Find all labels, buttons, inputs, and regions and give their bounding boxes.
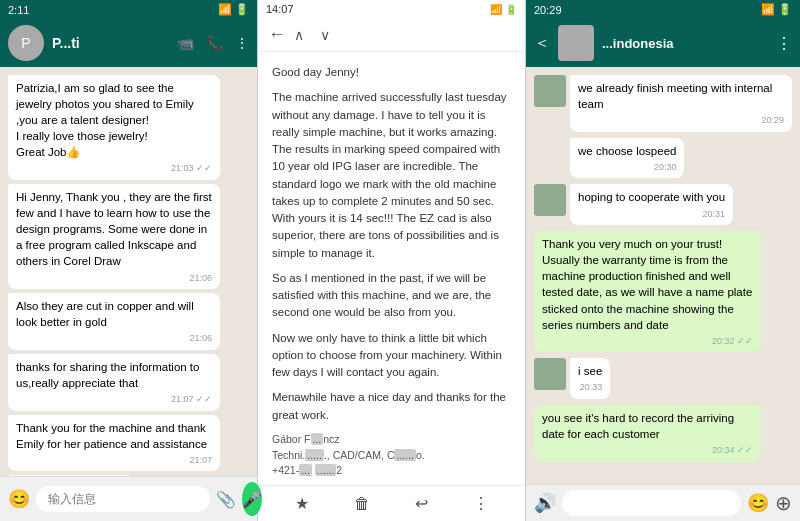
attachment-icon-1[interactable]: 📎 xyxy=(216,490,236,509)
thumbnail-2 xyxy=(534,184,566,216)
email-nav: ∧ ∨ xyxy=(294,27,330,43)
time-2: 14:07 xyxy=(266,3,294,15)
contact-name-3: ...indonesia xyxy=(602,36,768,51)
thumbnail-1 xyxy=(534,75,566,107)
avatar-1: P xyxy=(8,25,44,61)
email-signature: Gábor F...nczTechni......., CAD/CAM, C..… xyxy=(272,432,511,479)
delete-icon[interactable]: 🗑 xyxy=(354,495,370,513)
status-icons-2: 📶 🔋 xyxy=(490,4,517,15)
message-1-2: Hi Jenny, Thank you , they are the first… xyxy=(8,184,220,289)
message-3-2: we choose lospeed 20:30 xyxy=(534,138,792,179)
message-3-4: Thank you very much on your trust!Usuall… xyxy=(534,231,792,352)
message-input-1[interactable] xyxy=(36,486,210,512)
message-3-6: you see it's hard to record the arriving… xyxy=(534,405,792,462)
down-icon[interactable]: ∨ xyxy=(320,27,330,43)
audio-icon-3[interactable]: 🔊 xyxy=(534,492,556,514)
add-icon-3[interactable]: ⊕ xyxy=(775,491,792,515)
chat-header-3[interactable]: ＜ ...indonesia ⋮ xyxy=(526,19,800,67)
status-bar-2: 14:07 📶 🔋 xyxy=(258,0,525,18)
contact-name-1: P...ti xyxy=(52,35,169,51)
message-3-1: we already finish meeting with internal … xyxy=(534,75,792,132)
menu-icon-3[interactable]: ⋮ xyxy=(776,34,792,53)
message-input-3[interactable] xyxy=(562,490,741,516)
avatar-3 xyxy=(558,25,594,61)
email-panel: 14:07 📶 🔋 ← ∧ ∨ Good day Jenny! The mach… xyxy=(258,0,526,521)
reply-icon[interactable]: ↩ xyxy=(415,494,428,513)
message-1-3: Also they are cut in copper and will loo… xyxy=(8,293,220,350)
messages-area-3: we already finish meeting with internal … xyxy=(526,67,800,484)
emoji-icon-1[interactable]: 😊 xyxy=(8,488,30,510)
input-bar-3: 🔊 😊 ⊕ xyxy=(526,484,800,521)
message-1-4: thanks for sharing the information to us… xyxy=(8,354,220,411)
back-icon-3[interactable]: ＜ xyxy=(534,33,550,54)
video-icon[interactable]: 📹 xyxy=(177,35,194,51)
star-icon[interactable]: ★ xyxy=(295,494,309,513)
messages-area-1: Patrizia,I am so glad to see the jewelry… xyxy=(0,67,257,476)
email-body: Good day Jenny! The machine arrived succ… xyxy=(258,52,525,485)
status-icons-1: 📶 🔋 xyxy=(218,3,249,16)
input-bar-1: 😊 📎 🎤 xyxy=(0,476,257,521)
time-3: 20:29 xyxy=(534,4,562,16)
emoji-icon-3[interactable]: 😊 xyxy=(747,492,769,514)
header-icons-1: 📹 📞 ⋮ xyxy=(177,35,249,51)
mic-button-1[interactable]: 🎤 xyxy=(242,482,262,516)
chat-panel-3: 20:29 📶 🔋 ＜ ...indonesia ⋮ we already fi… xyxy=(526,0,800,521)
back-icon-2[interactable]: ← xyxy=(268,24,286,45)
email-paragraph-2: So as I mentioned in the past, if we wil… xyxy=(272,270,511,322)
email-paragraph-3: Now we only have to think a little bit w… xyxy=(272,330,511,382)
up-icon[interactable]: ∧ xyxy=(294,27,304,43)
chat-panel-1: 2:11 📶 🔋 P P...ti 📹 📞 ⋮ Patrizia,I am so… xyxy=(0,0,258,521)
message-1-6: I will keep you posted 21:07 xyxy=(8,475,134,476)
email-footer: ★ 🗑 ↩ ⋮ xyxy=(258,485,525,521)
email-greeting: Good day Jenny! xyxy=(272,64,511,81)
email-paragraph-1: The machine arrived successfully last tu… xyxy=(272,89,511,262)
email-header: ← ∧ ∨ xyxy=(258,18,525,52)
status-bar-1: 2:11 📶 🔋 xyxy=(0,0,257,19)
status-bar-3: 20:29 📶 🔋 xyxy=(526,0,800,19)
chat-header-1[interactable]: P P...ti 📹 📞 ⋮ xyxy=(0,19,257,67)
message-3-3: hoping to cooperate with you 20:31 xyxy=(534,184,792,225)
message-3-5: i see 20:33 xyxy=(534,358,792,399)
time-1: 2:11 xyxy=(8,4,29,16)
phone-icon[interactable]: 📞 xyxy=(206,35,223,51)
message-1-5: Thank you for the machine and thank Emil… xyxy=(8,415,220,472)
thumbnail-3 xyxy=(534,358,566,390)
menu-icon-1[interactable]: ⋮ xyxy=(235,35,249,51)
email-paragraph-4: Menawhile have a nice day and thanks for… xyxy=(272,389,511,424)
more-icon[interactable]: ⋮ xyxy=(473,494,489,513)
message-1-1: Patrizia,I am so glad to see the jewelry… xyxy=(8,75,220,180)
status-icons-3: 📶 🔋 xyxy=(761,3,792,16)
